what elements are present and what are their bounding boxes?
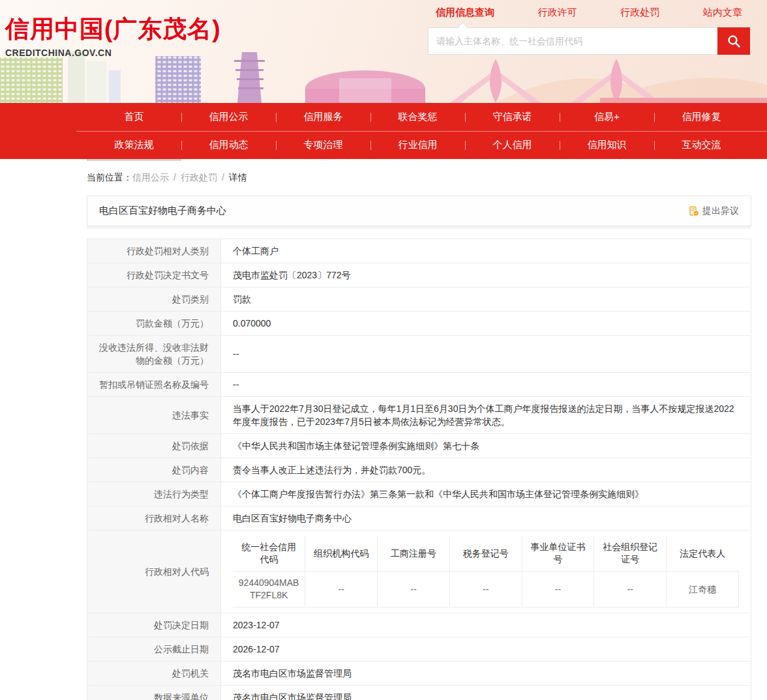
breadcrumb-admin-penalty[interactable]: 行政处罚 (181, 172, 217, 182)
code-value: -- (378, 572, 450, 607)
nav-item-special-governance[interactable]: 专项治理 (276, 139, 370, 151)
nav-item-credit-service[interactable]: 信用服务 (276, 111, 370, 123)
table-row: 暂扣或吊销证照名称及编号 -- (87, 373, 751, 397)
tab-site-articles[interactable]: 站内文章 (703, 7, 742, 19)
search-bar (428, 27, 750, 55)
nav-item-xinyi-plus[interactable]: 信易+ (560, 111, 654, 123)
nav-item-policy-regulations[interactable]: 政策法规 (87, 139, 181, 151)
code-header: 统一社会信用代码 (233, 536, 305, 572)
code-header: 税务登记号 (449, 536, 522, 572)
field-value: 责令当事人改正上述违法行为，并处罚款700元。 (221, 458, 751, 482)
table-row: 公示截止日期 2026-12-07 (87, 637, 751, 662)
nav-row-2: 政策法规 信用动态 专项治理 行业信用 个人信用 信用知识 互动交流 (87, 131, 749, 159)
field-value: 茂电市监处罚〔2023〕772号 (221, 263, 751, 287)
code-value: 江奇穗 (667, 572, 739, 607)
search-type-tabs: 信用信息查询 行政许可 行政处罚 站内文章 (428, 7, 750, 19)
table-row: 违法行为类型 《个体工商户年度报告暂行办法》第三条第一款和《中华人民共和国市场主… (87, 482, 751, 506)
code-value: -- (594, 572, 667, 607)
field-label: 罚款金额（万元） (87, 312, 221, 336)
tab-credit-info-search[interactable]: 信用信息查询 (436, 7, 494, 19)
table-row: 行政处罚决定书文号 茂电市监处罚〔2023〕772号 (87, 263, 751, 287)
field-label: 公示截止日期 (87, 637, 221, 662)
field-value: 0.070000 (221, 312, 751, 336)
nav-row-divider (76, 131, 767, 132)
code-value: -- (449, 572, 522, 607)
field-label: 没收违法所得、没收非法财物的金额（万元） (87, 336, 221, 373)
field-label: 行政处罚相对人类别 (87, 239, 221, 263)
table-row: 处罚依据 《中华人民共和国市场主体登记管理条例实施细则》第七十条 (87, 434, 751, 458)
penalty-detail-table: 行政处罚相对人类别 个体工商户 行政处罚决定书文号 茂电市监处罚〔2023〕77… (87, 239, 751, 700)
field-value: 统一社会信用代码 组织机构代码 工商注册号 税务登记号 事业单位证书号 社会组织… (221, 531, 751, 613)
field-value: 电白区百宝好物电子商务中心 (221, 506, 751, 531)
field-label: 处罚内容 (87, 458, 221, 482)
nav-item-interaction[interactable]: 互动交流 (654, 139, 749, 151)
city-skyline-illustration (0, 51, 767, 103)
title-bar: 电白区百宝好物电子商务中心 提出异议 (87, 196, 751, 226)
code-value: 92440904MABTF2FL8K (233, 572, 305, 607)
codes-value-row: 92440904MABTF2FL8K -- -- -- -- -- 江奇穗 (233, 572, 739, 607)
nav-item-personal-credit[interactable]: 个人信用 (465, 139, 560, 151)
breadcrumb-separator: / (222, 172, 224, 182)
field-label: 处罚依据 (87, 434, 221, 458)
site-logo[interactable]: 信用中国(广东茂名) CREDITCHINA.GOV.CN (5, 13, 221, 58)
raise-objection-button[interactable]: 提出异议 (688, 205, 739, 217)
objection-document-icon (688, 205, 699, 216)
code-header: 工商注册号 (378, 536, 450, 572)
nav-item-credit-news[interactable]: 信用动态 (181, 139, 276, 151)
table-row: 违法事实 当事人于2022年7月30日登记成立，每年1月1日至6月30日为个体工… (87, 397, 751, 434)
nav-item-home[interactable]: 首页 (87, 111, 181, 123)
nav-item-industry-credit[interactable]: 行业信用 (370, 139, 465, 151)
nav-item-integrity-promise[interactable]: 守信承诺 (465, 111, 560, 123)
field-value: -- (221, 373, 751, 397)
field-label: 数据来源单位 (87, 686, 221, 700)
nav-row-1: 首页 信用公示 信用服务 联合奖惩 守信承诺 信易+ 信用修复 (87, 103, 749, 131)
table-row-codes: 行政相对人代码 统一社会信用代码 组织机构代码 工商注册号 税务登记号 事业单位… (87, 531, 751, 613)
field-label: 违法事实 (87, 397, 221, 434)
nav-item-credit-knowledge[interactable]: 信用知识 (560, 139, 654, 151)
nav-item-joint-rewards-punishments[interactable]: 联合奖惩 (370, 111, 465, 123)
table-row: 行政处罚相对人类别 个体工商户 (87, 239, 751, 263)
nav-item-credit-repair[interactable]: 信用修复 (654, 111, 749, 123)
field-label: 行政处罚决定书文号 (87, 263, 221, 287)
field-label: 处罚机关 (87, 662, 221, 686)
code-header: 社会组织登记证号 (594, 536, 667, 572)
field-value: 茂名市电白区市场监督管理局 (221, 686, 751, 700)
search-icon (726, 33, 742, 49)
codes-header-row: 统一社会信用代码 组织机构代码 工商注册号 税务登记号 事业单位证书号 社会组织… (233, 536, 739, 572)
nav-item-credit-publicity[interactable]: 信用公示 (181, 111, 276, 123)
code-value: -- (305, 572, 378, 607)
table-row: 没收违法所得、没收非法财物的金额（万元） -- (87, 336, 751, 373)
table-row: 处罚类别 罚款 (87, 287, 751, 312)
breadcrumb-prefix: 当前位置： (87, 172, 132, 182)
tab-admin-license[interactable]: 行政许可 (538, 7, 577, 19)
code-header: 事业单位证书号 (522, 536, 594, 572)
field-value: 茂名市电白区市场监督管理局 (221, 662, 751, 686)
search-button[interactable] (717, 27, 750, 55)
field-value: 《中华人民共和国市场主体登记管理条例实施细则》第七十条 (221, 434, 751, 458)
field-label: 处罚决定日期 (87, 613, 221, 637)
logo-domain: CREDITCHINA.GOV.CN (5, 48, 221, 58)
field-value: 《个体工商户年度报告暂行办法》第三条第一款和《中华人民共和国市场主体登记管理条例… (221, 482, 751, 506)
field-label: 违法行为类型 (87, 482, 221, 506)
breadcrumb: 当前位置：信用公示/行政处罚/详情 (87, 172, 751, 184)
breadcrumb-current: 详情 (229, 172, 247, 182)
main-content: 当前位置：信用公示/行政处罚/详情 电白区百宝好物电子商务中心 提出异议 (87, 172, 751, 700)
table-row: 罚款金额（万元） 0.070000 (87, 312, 751, 336)
tab-admin-penalty[interactable]: 行政处罚 (620, 7, 659, 19)
code-header: 法定代表人 (667, 536, 739, 572)
subject-codes-table: 统一社会信用代码 组织机构代码 工商注册号 税务登记号 事业单位证书号 社会组织… (233, 536, 739, 607)
table-row: 行政相对人名称 电白区百宝好物电子商务中心 (87, 506, 751, 531)
field-value: -- (221, 336, 751, 373)
nav-active-underline (87, 159, 181, 161)
table-row: 处罚内容 责令当事人改正上述违法行为，并处罚款700元。 (87, 458, 751, 482)
breadcrumb-separator: / (173, 172, 176, 182)
search-input[interactable] (428, 27, 717, 55)
page-title: 电白区百宝好物电子商务中心 (99, 205, 226, 217)
field-value: 2026-12-07 (221, 637, 751, 662)
site-header: 信用中国(广东茂名) CREDITCHINA.GOV.CN 信用信息查询 行政许… (0, 0, 767, 103)
breadcrumb-credit-publicity[interactable]: 信用公示 (132, 172, 169, 182)
field-value: 罚款 (221, 287, 751, 312)
logo-title: 信用中国(广东茂名) (5, 13, 221, 46)
header-search-area: 信用信息查询 行政许可 行政处罚 站内文章 (428, 7, 750, 55)
main-nav: 首页 信用公示 信用服务 联合奖惩 守信承诺 信易+ 信用修复 政策法规 信用动… (0, 103, 767, 159)
